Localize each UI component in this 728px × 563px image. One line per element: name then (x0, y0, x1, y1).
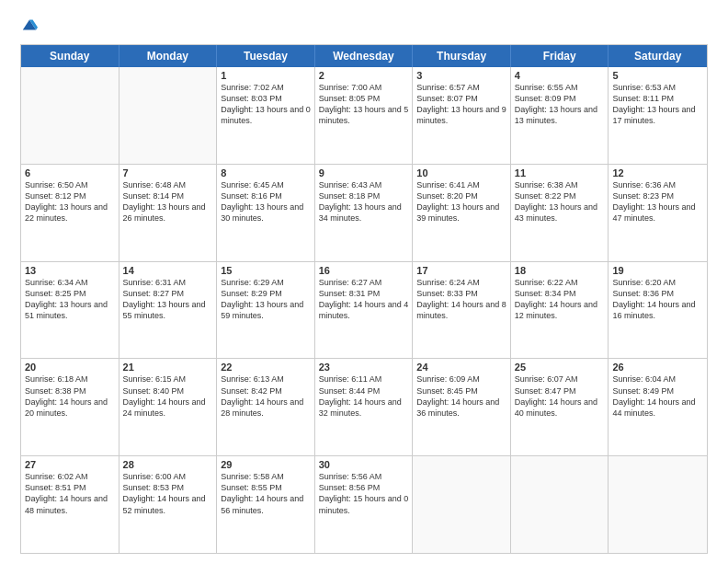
day-info: Sunrise: 6:15 AMSunset: 8:40 PMDaylight:… (123, 373, 213, 419)
day-number: 6 (25, 167, 115, 178)
day-info: Sunrise: 6:18 AMSunset: 8:38 PMDaylight:… (25, 373, 115, 419)
day-cell-4: 4Sunrise: 6:55 AMSunset: 8:09 PMDaylight… (511, 67, 609, 164)
day-info: Sunrise: 6:55 AMSunset: 8:09 PMDaylight:… (515, 82, 605, 127)
day-cell-2: 2Sunrise: 7:00 AMSunset: 8:05 PMDaylight… (315, 67, 414, 164)
day-number: 10 (416, 167, 506, 178)
day-number: 11 (515, 167, 605, 178)
day-number: 5 (612, 70, 703, 81)
day-number: 7 (123, 167, 213, 178)
day-cell-13: 13Sunrise: 6:34 AMSunset: 8:25 PMDayligh… (21, 262, 119, 359)
day-cell-7: 7Sunrise: 6:48 AMSunset: 8:14 PMDaylight… (119, 165, 218, 261)
day-cell-9: 9Sunrise: 6:43 AMSunset: 8:18 PMDaylight… (315, 165, 414, 261)
day-number: 28 (123, 459, 213, 470)
day-cell-3: 3Sunrise: 6:57 AMSunset: 8:07 PMDaylight… (413, 67, 511, 164)
day-info: Sunrise: 6:53 AMSunset: 8:11 PMDaylight:… (612, 82, 703, 127)
day-info: Sunrise: 6:00 AMSunset: 8:53 PMDaylight:… (123, 471, 213, 516)
day-cell-16: 16Sunrise: 6:27 AMSunset: 8:31 PMDayligh… (315, 262, 414, 359)
day-cell-24: 24Sunrise: 6:09 AMSunset: 8:45 PMDayligh… (413, 359, 511, 455)
header-cell-wednesday: Wednesday (315, 45, 414, 67)
day-number: 20 (25, 362, 115, 373)
calendar-row-1: 1Sunrise: 7:02 AMSunset: 8:03 PMDaylight… (21, 67, 707, 164)
day-info: Sunrise: 6:09 AMSunset: 8:45 PMDaylight:… (416, 373, 506, 419)
header-cell-tuesday: Tuesday (217, 45, 315, 67)
day-info: Sunrise: 6:20 AMSunset: 8:36 PMDaylight:… (612, 277, 703, 322)
empty-cell-0-1 (119, 67, 218, 164)
day-cell-27: 27Sunrise: 6:02 AMSunset: 8:51 PMDayligh… (21, 456, 119, 553)
day-cell-15: 15Sunrise: 6:29 AMSunset: 8:29 PMDayligh… (217, 262, 315, 359)
page: SundayMondayTuesdayWednesdayThursdayFrid… (0, 0, 728, 563)
day-cell-11: 11Sunrise: 6:38 AMSunset: 8:22 PMDayligh… (511, 165, 609, 261)
day-number: 9 (319, 167, 409, 178)
day-number: 14 (123, 265, 213, 276)
logo-icon (21, 17, 38, 33)
empty-cell-4-6 (609, 456, 707, 553)
day-info: Sunrise: 6:36 AMSunset: 8:23 PMDaylight:… (612, 179, 703, 224)
day-cell-8: 8Sunrise: 6:45 AMSunset: 8:16 PMDaylight… (217, 165, 315, 261)
day-info: Sunrise: 6:11 AMSunset: 8:44 PMDaylight:… (319, 373, 409, 419)
empty-cell-4-4 (413, 456, 511, 553)
day-number: 15 (221, 265, 311, 276)
day-number: 16 (319, 265, 409, 276)
day-info: Sunrise: 6:45 AMSunset: 8:16 PMDaylight:… (221, 179, 311, 224)
day-cell-21: 21Sunrise: 6:15 AMSunset: 8:40 PMDayligh… (119, 359, 218, 455)
day-number: 8 (221, 167, 311, 178)
header-cell-friday: Friday (511, 45, 609, 67)
day-cell-23: 23Sunrise: 6:11 AMSunset: 8:44 PMDayligh… (315, 359, 414, 455)
day-number: 4 (515, 70, 605, 81)
day-number: 27 (25, 459, 115, 470)
day-cell-6: 6Sunrise: 6:50 AMSunset: 8:12 PMDaylight… (21, 165, 119, 261)
calendar-body: 1Sunrise: 7:02 AMSunset: 8:03 PMDaylight… (21, 67, 707, 553)
day-number: 25 (515, 362, 605, 373)
day-number: 22 (221, 362, 311, 373)
header-cell-sunday: Sunday (21, 45, 119, 67)
day-info: Sunrise: 6:34 AMSunset: 8:25 PMDaylight:… (25, 277, 115, 322)
day-number: 21 (123, 362, 213, 373)
day-number: 13 (25, 265, 115, 276)
day-info: Sunrise: 6:43 AMSunset: 8:18 PMDaylight:… (319, 179, 409, 224)
day-cell-25: 25Sunrise: 6:07 AMSunset: 8:47 PMDayligh… (511, 359, 609, 455)
header-cell-thursday: Thursday (413, 45, 511, 67)
day-number: 23 (319, 362, 409, 373)
empty-cell-0-0 (21, 67, 119, 164)
day-info: Sunrise: 6:04 AMSunset: 8:49 PMDaylight:… (612, 373, 703, 419)
calendar-header-row: SundayMondayTuesdayWednesdayThursdayFrid… (21, 45, 707, 67)
calendar-row-5: 27Sunrise: 6:02 AMSunset: 8:51 PMDayligh… (21, 455, 707, 553)
calendar: SundayMondayTuesdayWednesdayThursdayFrid… (20, 44, 708, 554)
calendar-row-2: 6Sunrise: 6:50 AMSunset: 8:12 PMDaylight… (21, 164, 707, 261)
day-info: Sunrise: 6:41 AMSunset: 8:20 PMDaylight:… (416, 179, 506, 224)
header-cell-saturday: Saturday (609, 45, 707, 67)
day-info: Sunrise: 6:02 AMSunset: 8:51 PMDaylight:… (25, 471, 115, 516)
day-cell-18: 18Sunrise: 6:22 AMSunset: 8:34 PMDayligh… (511, 262, 609, 359)
day-number: 1 (221, 70, 311, 81)
day-cell-5: 5Sunrise: 6:53 AMSunset: 8:11 PMDaylight… (609, 67, 707, 164)
day-number: 2 (319, 70, 409, 81)
logo (20, 17, 38, 35)
day-info: Sunrise: 6:13 AMSunset: 8:42 PMDaylight:… (221, 373, 311, 419)
day-info: Sunrise: 6:38 AMSunset: 8:22 PMDaylight:… (515, 179, 605, 224)
day-cell-17: 17Sunrise: 6:24 AMSunset: 8:33 PMDayligh… (413, 262, 511, 359)
day-info: Sunrise: 7:02 AMSunset: 8:03 PMDaylight:… (221, 82, 311, 127)
day-cell-29: 29Sunrise: 5:58 AMSunset: 8:55 PMDayligh… (217, 456, 315, 553)
day-info: Sunrise: 6:29 AMSunset: 8:29 PMDaylight:… (221, 277, 311, 322)
day-number: 12 (612, 167, 703, 178)
day-number: 3 (416, 70, 506, 81)
day-cell-19: 19Sunrise: 6:20 AMSunset: 8:36 PMDayligh… (609, 262, 707, 359)
day-number: 17 (416, 265, 506, 276)
day-info: Sunrise: 5:58 AMSunset: 8:55 PMDaylight:… (221, 471, 311, 516)
day-cell-10: 10Sunrise: 6:41 AMSunset: 8:20 PMDayligh… (413, 165, 511, 261)
calendar-row-3: 13Sunrise: 6:34 AMSunset: 8:25 PMDayligh… (21, 261, 707, 359)
day-number: 29 (221, 459, 311, 470)
empty-cell-4-5 (511, 456, 609, 553)
day-info: Sunrise: 5:56 AMSunset: 8:56 PMDaylight:… (319, 471, 409, 516)
day-cell-30: 30Sunrise: 5:56 AMSunset: 8:56 PMDayligh… (315, 456, 414, 553)
day-info: Sunrise: 6:24 AMSunset: 8:33 PMDaylight:… (416, 277, 506, 322)
day-number: 26 (612, 362, 703, 373)
header-cell-monday: Monday (119, 45, 218, 67)
day-number: 30 (319, 459, 409, 470)
day-info: Sunrise: 6:27 AMSunset: 8:31 PMDaylight:… (319, 277, 409, 322)
day-cell-12: 12Sunrise: 6:36 AMSunset: 8:23 PMDayligh… (609, 165, 707, 261)
day-info: Sunrise: 6:57 AMSunset: 8:07 PMDaylight:… (416, 82, 506, 127)
day-cell-22: 22Sunrise: 6:13 AMSunset: 8:42 PMDayligh… (217, 359, 315, 455)
day-info: Sunrise: 6:50 AMSunset: 8:12 PMDaylight:… (25, 179, 115, 224)
header (20, 17, 708, 35)
